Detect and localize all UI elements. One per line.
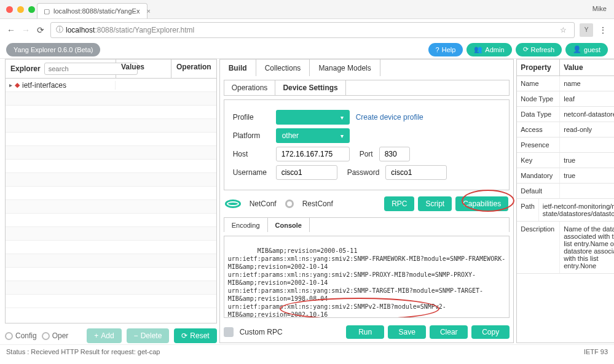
clear-button[interactable]: Clear [430,325,468,339]
admin-button[interactable]: 👥Admin [466,43,511,56]
console-output[interactable]: MIB&amp;revision=2000-05-11 urn:ietf:par… [224,236,510,318]
property-key: Default [517,184,560,198]
property-key: Description [517,222,560,273]
profile-label: Profile [233,113,270,122]
password-label: Password [347,168,380,177]
delete-button[interactable]: −Delete [127,328,170,343]
help-button[interactable]: ?Help [428,43,463,56]
property-row: Pathietf-netconf-monitoring/netconf-stat… [517,199,614,222]
tab-collections[interactable]: Collections [256,60,310,76]
tab-manage-models[interactable]: Manage Models [310,60,380,76]
property-row: Data Typenetconf-datastore-type [517,107,614,122]
property-panel: Property Value NamenameNode TypeleafData… [516,59,614,343]
maximize-window-icon[interactable] [28,6,35,13]
users-icon: 👥 [474,45,482,53]
port-label: Port [360,150,373,158]
refresh-button[interactable]: ⟳Refresh [516,43,562,56]
module-icon: ◆ [15,81,20,89]
add-button[interactable]: +Add [87,328,121,343]
tab-console[interactable]: Console [268,218,310,232]
explorer-heading: Explorer [10,64,41,73]
guest-button[interactable]: 👤guest [565,43,608,56]
chevron-right-icon[interactable]: ▸ [9,82,12,88]
info-icon[interactable]: ⓘ [56,25,63,35]
property-value: true [560,168,614,183]
netconf-radio[interactable] [225,199,241,208]
property-row: Mandatorytrue [517,168,614,184]
property-value: Name of the datastore associated with th… [560,222,614,273]
back-icon[interactable]: ← [6,25,16,35]
script-button[interactable]: Script [418,196,452,211]
tab-favicon: ▢ [44,7,50,15]
operation-heading: Operation [171,60,216,78]
rpc-button[interactable]: RPC [384,196,414,211]
plus-icon: + [94,331,98,340]
tree-node-label: ietf-interfaces [22,81,66,90]
close-tab-icon[interactable]: × [146,7,150,15]
copy-button[interactable]: Copy [471,325,510,339]
tab-encoding[interactable]: Encoding [224,218,268,232]
address-bar[interactable]: ⓘ localhost :8088 /static/YangExplorer.h… [50,22,575,38]
refresh-icon: ⟳ [523,45,529,53]
menu-icon[interactable]: ⋮ [598,25,608,35]
reset-icon: ⟳ [181,331,187,340]
reset-button[interactable]: ⟳Reset [174,328,216,343]
reload-icon[interactable]: ⟳ [36,25,45,35]
center-panel: Build Collections Manage Models Operatio… [219,59,514,343]
port-input[interactable] [379,147,410,161]
url-port: :8088 [95,26,113,34]
user-icon: 👤 [573,45,581,53]
subtab-device-settings[interactable]: Device Settings [275,80,345,95]
minus-icon: − [134,331,138,340]
property-key: Key [517,153,560,168]
chevron-down-icon: ▾ [340,133,344,139]
property-value [560,137,614,152]
explorer-tree[interactable]: ▸ ◆ ietf-interfaces [5,79,217,323]
save-button[interactable]: Save [388,325,426,339]
create-profile-link[interactable]: Create device profile [356,113,423,122]
chevron-down-icon: ▾ [340,114,344,121]
app-title-pill: Yang Explorer 0.6.0 (Beta) [6,43,100,56]
property-col-header: Property [517,60,560,76]
extension-icon[interactable]: Y [580,23,593,37]
property-value: name [560,76,614,91]
capabilities-button[interactable]: Capabilities [455,196,508,211]
username-input[interactable] [276,165,337,180]
custom-rpc-checkbox[interactable] [224,327,234,337]
property-row: DescriptionName of the datastore associa… [517,222,614,274]
host-label: Host [233,150,270,158]
password-input[interactable] [385,165,447,180]
restconf-radio[interactable] [285,199,294,208]
property-row: Namename [517,76,614,91]
property-key: Name [517,76,560,91]
url-path: /static/YangExplorer.html [113,26,194,34]
property-value: leaf [560,91,614,106]
subtab-operations[interactable]: Operations [224,80,276,95]
tab-build[interactable]: Build [220,60,256,76]
close-window-icon[interactable] [6,6,13,13]
browser-tab[interactable]: ▢ localhost:8088/static/YangEx × [37,3,148,18]
console-text: MIB&amp;revision=2000-05-11 urn:ietf:par… [228,247,506,318]
profile-select[interactable]: ▾ [276,110,350,125]
bookmark-icon[interactable]: ☆ [560,26,567,34]
restconf-label: RestConf [302,199,333,208]
run-button[interactable]: Run [346,325,384,339]
property-value: netconf-datastore-type [560,107,614,122]
username-label: Username [233,168,270,177]
config-radio[interactable]: Config [5,331,37,340]
property-value: read-only [560,122,614,137]
tree-row[interactable]: ▸ ◆ ietf-interfaces [6,79,216,92]
platform-select[interactable]: other▾ [276,128,350,143]
status-text: Status : Recieved HTTP Result for reques… [6,348,160,355]
host-input[interactable] [276,147,350,161]
minimize-window-icon[interactable] [17,6,24,13]
help-icon: ? [436,46,439,53]
browser-chrome: Mike ▢ localhost:8088/static/YangEx × ← … [0,0,614,41]
forward-icon[interactable]: → [21,25,31,35]
browser-user[interactable]: Mike [592,5,607,12]
protocol-row: NetConf RestConf RPC Script Capabilities [224,194,510,214]
device-settings: Profile ▾ Create device profile Platform… [224,99,510,190]
property-key: Data Type [517,107,560,122]
oper-radio[interactable]: Oper [42,331,69,340]
property-key: Path [517,199,539,221]
